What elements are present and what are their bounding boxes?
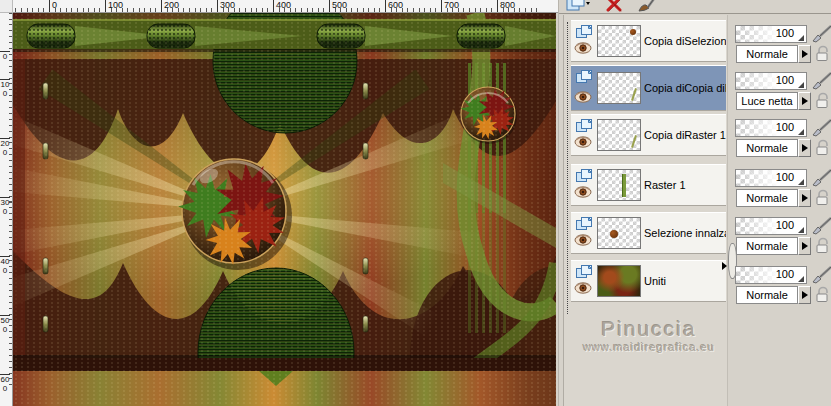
layer-controls: 100 Luce netta	[735, 72, 831, 112]
lock-icon[interactable]	[814, 139, 831, 160]
opacity-slider-handle-icon[interactable]	[798, 35, 804, 41]
blend-dropdown-arrow[interactable]	[798, 92, 811, 110]
layer-thumbnail	[597, 265, 641, 297]
visibility-eye-icon[interactable]	[574, 89, 592, 107]
layer-thumbnail	[597, 119, 641, 151]
layer-type-icon	[575, 69, 593, 88]
layer-thumbnail	[597, 25, 641, 57]
ruler-label: 100	[0, 79, 10, 98]
ruler-label: 400	[273, 0, 291, 12]
lock-icon[interactable]	[814, 189, 831, 210]
layer-controls: 100 Normale	[735, 266, 831, 306]
layer-row-selezione-innalzata[interactable]: Selezione innalzata	[571, 212, 726, 254]
blend-mode-select[interactable]: Luce netta	[736, 92, 798, 110]
opacity-value: 100	[776, 171, 794, 183]
layer-row-copia-dicopia[interactable]: Copia diCopia diRas	[571, 65, 726, 111]
opacity-value: 100	[776, 27, 794, 39]
ruler-label: 200	[0, 138, 10, 157]
watermark-signature: Pinuccia	[559, 317, 739, 341]
blend-dropdown-arrow[interactable]	[798, 237, 811, 255]
lock-icon[interactable]	[814, 237, 831, 258]
ruler-label: 0	[49, 0, 57, 12]
lock-icon[interactable]	[814, 92, 831, 113]
splitter-arrow-icon	[722, 262, 727, 270]
layer-group-rail	[567, 22, 568, 314]
ruler-label: 200	[161, 0, 179, 12]
layer-controls: 100 Normale	[735, 119, 831, 159]
visibility-eye-icon[interactable]	[574, 134, 592, 152]
layer-thumbnail	[597, 169, 641, 201]
opacity-slider-handle-icon[interactable]	[798, 276, 804, 282]
ruler-label: 800	[497, 0, 515, 12]
ruler-label: 300	[0, 197, 10, 216]
blend-dropdown-arrow[interactable]	[798, 189, 811, 207]
layer-name: Uniti	[641, 275, 666, 287]
opacity-value: 100	[776, 219, 794, 231]
layer-name: Selezione innalzata	[641, 227, 726, 239]
visibility-eye-icon[interactable]	[574, 184, 592, 202]
layer-row-copia-diraster-1[interactable]: Copia diRaster 1	[571, 114, 726, 156]
visibility-eye-icon[interactable]	[574, 232, 592, 250]
blend-dropdown-arrow[interactable]	[798, 286, 811, 304]
layer-thumbnail	[597, 217, 641, 249]
layer-row-copia-diselezione[interactable]: Copia diSelezione in	[571, 20, 726, 62]
layer-name: Copia diSelezione in	[641, 35, 726, 47]
opacity-slider-handle-icon[interactable]	[798, 129, 804, 135]
layer-name: Copia diRaster 1	[641, 129, 726, 141]
layers-toolbar	[559, 0, 831, 13]
vertical-ruler: 0 100 200 300 400 500 600	[0, 13, 13, 406]
opacity-slider-handle-icon[interactable]	[798, 227, 804, 233]
layer-row-uniti[interactable]: Uniti	[571, 260, 726, 302]
blend-mode-select[interactable]: Normale	[736, 237, 798, 255]
ruler-label: 0	[0, 51, 10, 61]
horizontal-ruler: 0 100 200 300 400 500 600 700 800	[13, 0, 558, 13]
ruler-label: 500	[0, 315, 10, 334]
blend-mode-select[interactable]: Normale	[736, 189, 798, 207]
visibility-eye-icon[interactable]	[574, 40, 592, 58]
layer-controls: 100 Normale	[735, 25, 831, 65]
visibility-eye-icon[interactable]	[574, 280, 592, 298]
new-layer-icon[interactable]	[565, 0, 591, 13]
edit-brush-icon[interactable]	[635, 0, 659, 13]
layer-thumbnail	[597, 72, 641, 104]
opacity-field[interactable]: 100	[735, 119, 807, 137]
opacity-field[interactable]: 100	[735, 72, 807, 90]
canvas-artwork[interactable]	[13, 13, 556, 406]
ruler-corner	[0, 0, 13, 13]
lock-icon[interactable]	[814, 45, 831, 66]
opacity-value: 100	[776, 74, 794, 86]
lock-icon[interactable]	[814, 286, 831, 307]
watermark-url: www.maidiregrafica.eu	[559, 341, 739, 353]
blend-mode-select[interactable]: Normale	[736, 286, 798, 304]
layers-list: Copia diSelezione in Copia diCopia diRas…	[559, 13, 831, 406]
ruler-label: 700	[441, 0, 459, 12]
opacity-field[interactable]: 100	[735, 25, 807, 43]
blend-mode-select[interactable]: Normale	[736, 45, 798, 63]
layers-palette: Copia diSelezione in Copia diCopia diRas…	[558, 0, 831, 406]
layer-controls: 100 Normale	[735, 169, 831, 209]
opacity-slider-handle-icon[interactable]	[798, 179, 804, 185]
blend-dropdown-arrow[interactable]	[798, 45, 811, 63]
opacity-field[interactable]: 100	[735, 217, 807, 235]
ruler-label: 600	[0, 374, 10, 393]
opacity-field[interactable]: 100	[735, 169, 807, 187]
delete-layer-icon[interactable]	[603, 0, 625, 13]
blend-dropdown-arrow[interactable]	[798, 139, 811, 157]
ruler-label: 300	[217, 0, 235, 12]
ruler-label: 400	[0, 256, 10, 275]
app-window: 0 100 200 300 400 500 600 700 800 0 100 …	[0, 0, 831, 406]
opacity-slider-handle-icon[interactable]	[798, 82, 804, 88]
opacity-field[interactable]: 100	[735, 266, 807, 284]
layer-controls: 100 Normale	[735, 217, 831, 257]
blend-mode-select[interactable]: Normale	[736, 139, 798, 157]
opacity-value: 100	[776, 268, 794, 280]
layer-name: Copia diCopia diRas	[641, 82, 726, 94]
layer-name: Raster 1	[641, 179, 686, 191]
ruler-label: 500	[329, 0, 347, 12]
layer-row-raster-1[interactable]: Raster 1	[571, 164, 726, 206]
ruler-label: 100	[105, 0, 123, 12]
ruler-label: 600	[385, 0, 403, 12]
opacity-value: 100	[776, 121, 794, 133]
